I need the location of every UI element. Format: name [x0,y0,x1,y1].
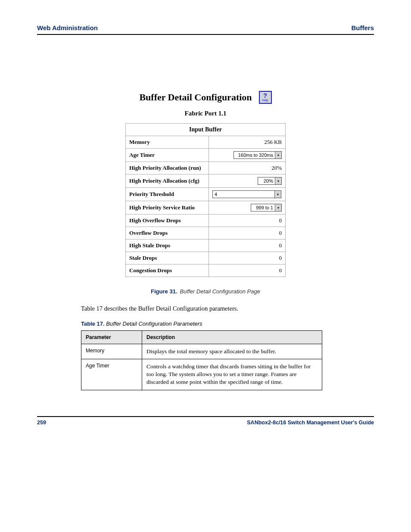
priority-threshold-select[interactable]: 4 ▼ [212,190,281,198]
hpa-cfg-value: 20% [260,178,275,184]
param-name: Age Timer [81,359,142,390]
table-row: Memory 256 KB [126,136,286,149]
overflow-label: Overflow Drops [126,227,209,240]
figure-title-row: Buffer Detail Configuration ? Help [139,91,271,104]
chevron-down-icon: ▼ [275,204,281,211]
chevron-down-icon: ▼ [275,152,281,159]
table-row: High Overflow Drops 0 [126,215,286,227]
stale-label: Stale Drops [126,252,209,264]
column-header-parameter: Parameter [81,330,142,344]
page-number: 259 [37,420,46,426]
high-overflow-value: 0 [209,215,285,227]
congestion-label: Congestion Drops [126,264,209,277]
table-row: Memory Displays the total memory space a… [81,344,322,359]
hpsr-label: High Priority Service Ratio [126,201,209,215]
hpsr-value: 999 to 1 [253,205,275,210]
table-row: High Priority Allocation (run) 20% [126,162,286,174]
hpsr-select[interactable]: 999 to 1 ▼ [251,204,282,212]
page-footer: 259 SANbox2-8c/16 Switch Management User… [37,416,374,426]
chevron-down-icon: ▼ [275,177,281,184]
table-row: Stale Drops 0 [126,252,286,264]
table-row: High Priority Service Ratio 999 to 1 ▼ [126,201,286,215]
age-timer-select[interactable]: 160ms to 320ms ▼ [234,151,282,159]
memory-value: 256 KB [209,136,285,149]
table-row: Congestion Drops 0 [126,264,286,277]
figure-caption-number: Figure 31. [151,288,177,295]
param-description: Controls a watchdog timer that discards … [142,359,322,390]
header-rule [37,34,374,35]
chevron-down-icon: ▼ [274,191,281,198]
table-row: Overflow Drops 0 [126,227,286,240]
table-caption-text: Buffer Detail Configuration Parameters [106,320,202,327]
congestion-value: 0 [209,264,285,277]
figure-caption: Figure 31. Buffer Detail Configuration P… [151,288,260,295]
high-stale-label: High Stale Drops [126,240,209,252]
column-header-description: Description [142,330,322,344]
parameters-table: Parameter Description Memory Displays th… [81,330,322,390]
header-right: Buffers [351,24,374,31]
body-text: Table 17 describes the Buffer Detail Con… [81,304,374,314]
help-button-label: Help [262,99,268,102]
hpa-cfg-select[interactable]: 20% ▼ [258,177,282,185]
overflow-value: 0 [209,227,285,240]
figure-caption-text: Buffer Detail Configuration Page [180,288,260,295]
panel-header: Input Buffer [126,124,286,136]
high-stale-value: 0 [209,240,285,252]
age-timer-label: Age Timer [126,149,209,162]
figure-area: Buffer Detail Configuration ? Help Fabri… [37,91,374,295]
table-row: High Stale Drops 0 [126,240,286,252]
table-row: High Priority Allocation (cfg) 20% ▼ [126,174,286,188]
param-name: Memory [81,344,142,359]
help-icon: ? [263,93,267,99]
priority-threshold-value: 4 [215,192,274,197]
table-row: Age Timer Controls a watchdog timer that… [81,359,322,390]
input-buffer-table: Input Buffer Memory 256 KB Age Timer 160… [125,123,286,277]
age-timer-value: 160ms to 320ms [236,152,275,158]
page-header: Web Administration Buffers [37,24,374,34]
stale-value: 0 [209,252,285,264]
table-caption: Table 17. Buffer Detail Configuration Pa… [81,320,374,327]
table-row: Priority Threshold 4 ▼ [126,188,286,201]
hpa-run-label: High Priority Allocation (run) [126,162,209,174]
figure-title: Buffer Detail Configuration [139,92,252,103]
memory-label: Memory [126,136,209,149]
hpa-cfg-label: High Priority Allocation (cfg) [126,174,209,188]
figure-subtitle: Fabric Port 1.1 [184,110,226,117]
table-row: Age Timer 160ms to 320ms ▼ [126,149,286,162]
hpa-run-value: 20% [209,162,285,174]
table-caption-number: Table 17. [81,320,105,327]
description-table-section: Table 17. Buffer Detail Configuration Pa… [81,320,374,390]
help-button[interactable]: ? Help [259,91,272,104]
high-overflow-label: High Overflow Drops [126,215,209,227]
document-title: SANbox2-8c/16 Switch Management User's G… [247,420,374,426]
priority-threshold-label: Priority Threshold [126,188,209,201]
header-left: Web Administration [37,24,98,31]
param-description: Displays the total memory space allocate… [142,344,322,359]
